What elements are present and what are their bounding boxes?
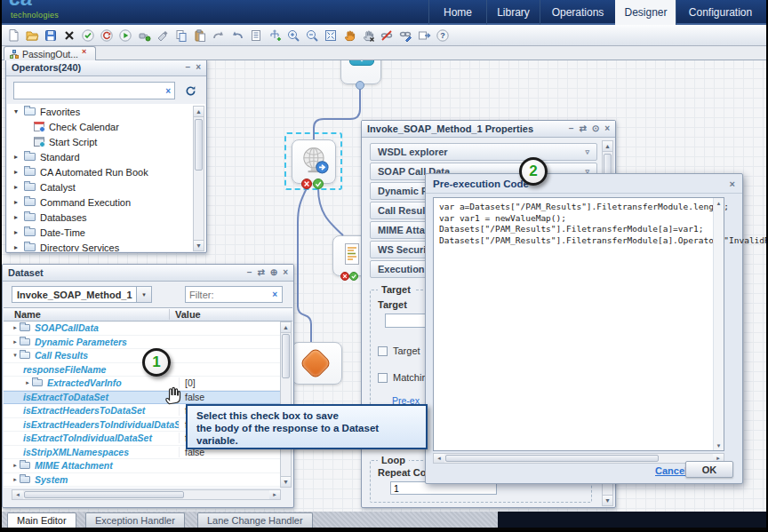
matching-checkbox[interactable] xyxy=(378,373,388,383)
auto-layout-button[interactable] xyxy=(265,26,284,44)
dataset-row-extractedvarinfo[interactable]: ▸ExtractedVarInfo[0] xyxy=(4,377,281,391)
scroll-down-icon[interactable]: ▼ xyxy=(714,441,724,450)
select-button[interactable] xyxy=(358,26,377,44)
nav-tab-home[interactable]: Home xyxy=(428,0,486,25)
scroll-up-icon[interactable]: ▲ xyxy=(714,198,724,208)
scroll-down-icon[interactable]: ▼ xyxy=(603,495,612,505)
close-tab-icon[interactable]: × xyxy=(82,47,86,56)
scroll-down-icon[interactable]: ▼ xyxy=(194,240,204,250)
expand-icon[interactable]: ▸ xyxy=(14,243,24,251)
tree-item-check-calendar[interactable]: Check Calendar xyxy=(7,119,205,134)
column-header-value[interactable]: Value xyxy=(169,309,201,320)
tree-item-ca-automated-run-book[interactable]: ▸CA Automated Run Book xyxy=(7,164,205,179)
collapse-icon[interactable]: ▾ xyxy=(11,352,20,359)
tree-item-databases[interactable]: ▸Databases xyxy=(7,210,205,225)
tree-item-date-time[interactable]: ▸Date-Time xyxy=(7,225,205,240)
scroll-up-icon[interactable]: ▲ xyxy=(603,141,612,152)
dialog-title-bar[interactable]: Pre-execution Code × xyxy=(426,174,742,194)
section-wsdl-explorer[interactable]: WSDL explorer▿ xyxy=(370,143,597,161)
nav-tab-operations[interactable]: Operations xyxy=(540,0,615,25)
minimize-icon[interactable]: – xyxy=(186,63,191,72)
expand-icon[interactable]: ▸ xyxy=(11,324,20,331)
tab-exception-handler[interactable]: Exception Handler xyxy=(85,512,185,528)
notes-button[interactable] xyxy=(246,26,265,44)
expand-icon[interactable]: ▸ xyxy=(11,462,20,469)
fit-to-screen-button[interactable] xyxy=(321,26,340,44)
expand-icon[interactable]: ▸ xyxy=(14,168,24,176)
scroll-left-icon[interactable]: ◂ xyxy=(434,454,444,463)
check-out-button[interactable] xyxy=(97,26,116,44)
expand-icon[interactable]: ▸ xyxy=(14,228,24,236)
close-icon[interactable]: × xyxy=(604,124,610,133)
expand-icon[interactable]: ▸ xyxy=(14,183,24,191)
help-button[interactable]: ? xyxy=(433,26,452,44)
dataset-row-mime-attachment[interactable]: ▸MIME Attachment xyxy=(4,459,281,473)
invoke-soap-method-node[interactable] xyxy=(292,139,336,184)
clear-search-icon[interactable]: × xyxy=(162,86,174,96)
tree-item-favorites[interactable]: ▾Favorites xyxy=(7,104,205,119)
tab-main-editor[interactable]: Main Editor xyxy=(7,512,76,528)
code-editor-scrollbar[interactable]: ▲ ▼ xyxy=(713,198,724,450)
connect-button[interactable] xyxy=(134,26,153,44)
pin-icon[interactable]: ⊙ xyxy=(592,124,599,133)
start-node[interactable] xyxy=(340,59,381,84)
delete-button[interactable] xyxy=(60,26,78,44)
refresh-button[interactable] xyxy=(180,82,200,99)
check-in-button[interactable] xyxy=(78,26,97,44)
close-dialog-icon[interactable]: × xyxy=(730,179,735,189)
undock-icon[interactable]: ⇄ xyxy=(579,124,586,133)
scroll-up-icon[interactable]: ▲ xyxy=(194,107,204,117)
zoom-out-button[interactable] xyxy=(302,26,321,44)
tab-lane-change-handler[interactable]: Lane Change Handler xyxy=(197,512,313,528)
minimize-icon[interactable]: – xyxy=(569,124,574,133)
cancel-link[interactable]: Cancel xyxy=(655,465,687,476)
new-document-button[interactable] xyxy=(4,26,22,44)
expand-icon[interactable]: ▸ xyxy=(11,476,20,483)
pan-button[interactable] xyxy=(340,26,358,44)
open-button[interactable] xyxy=(22,26,41,44)
dataset-row-isextracttodataset[interactable]: isExtractToDataSetfalse xyxy=(4,391,281,405)
column-header-name[interactable]: Name xyxy=(4,309,169,320)
operators-scrollbar[interactable]: ▲ ▼ xyxy=(193,106,204,251)
dataset-row-system[interactable]: ▸System xyxy=(4,473,281,488)
nav-tab-library[interactable]: Library xyxy=(486,0,540,25)
operator-select-dropdown[interactable]: Invoke_SOAP_Method_1 ▾ xyxy=(12,286,152,303)
target-checkbox[interactable] xyxy=(378,346,388,356)
debug-button[interactable] xyxy=(153,26,172,44)
ok-button[interactable]: OK xyxy=(685,461,733,478)
expand-icon[interactable]: ▾ xyxy=(14,107,24,115)
expand-icon[interactable]: ▸ xyxy=(14,213,24,221)
scroll-right-icon[interactable]: ▸ xyxy=(269,490,280,499)
pin-icon[interactable]: ⊕ xyxy=(270,268,277,277)
tree-item-directory-services[interactable]: ▸Directory Services xyxy=(7,240,205,251)
expand-icon[interactable]: ▸ xyxy=(23,379,32,386)
code-editor[interactable]: var a=Datasets["/PAM_Results"].Filetrans… xyxy=(433,197,724,451)
copy-button[interactable] xyxy=(172,26,190,44)
close-icon[interactable]: × xyxy=(196,63,201,72)
edit-connector-button[interactable] xyxy=(396,26,414,44)
redo-button[interactable] xyxy=(209,26,228,44)
code-editor-horizontal-scrollbar[interactable]: ◂ ▸ xyxy=(433,453,724,464)
paste-button[interactable] xyxy=(190,26,209,44)
tree-item-standard[interactable]: ▸Standard xyxy=(7,149,205,164)
dataset-row-dynamic-parameters[interactable]: ▸Dynamic Parameters xyxy=(4,336,281,350)
close-icon[interactable]: × xyxy=(283,268,288,277)
clear-filter-icon[interactable]: × xyxy=(268,290,282,299)
nav-tab-designer[interactable]: Designer xyxy=(615,0,676,25)
operators-search-input[interactable] xyxy=(14,83,162,98)
save-button[interactable] xyxy=(41,26,60,44)
filter-input[interactable] xyxy=(186,290,268,300)
dropdown-arrow-icon[interactable]: ▾ xyxy=(136,287,151,302)
export-button[interactable] xyxy=(414,26,433,44)
expand-icon[interactable]: ▸ xyxy=(11,338,20,345)
operator-node[interactable] xyxy=(292,342,342,385)
expand-icon[interactable]: ▸ xyxy=(14,153,24,161)
tree-item-catalyst[interactable]: ▸Catalyst xyxy=(7,179,205,195)
tree-item-command-execution[interactable]: ▸Command Execution xyxy=(7,195,205,210)
scroll-down-icon[interactable]: ▼ xyxy=(281,476,291,487)
disable-connector-button[interactable] xyxy=(377,26,396,44)
tree-item-start-script[interactable]: Start Script xyxy=(7,134,205,149)
zoom-in-button[interactable] xyxy=(284,26,302,44)
expand-icon[interactable]: ▸ xyxy=(14,198,24,206)
undo-button[interactable] xyxy=(228,26,246,44)
